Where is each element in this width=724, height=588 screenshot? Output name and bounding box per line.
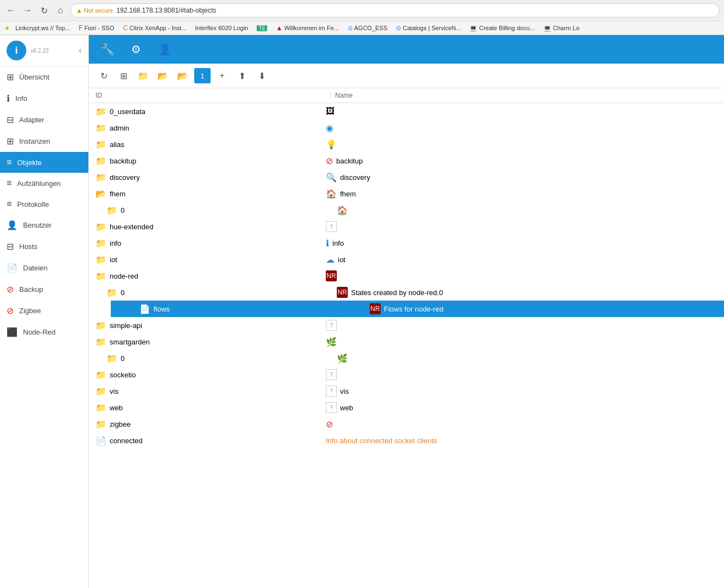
folder-new-button[interactable]: 📁 — [135, 68, 151, 83]
row-id: 📁 simple-api — [95, 320, 326, 331]
table-row[interactable]: 📁 vis ? vis — [89, 383, 724, 399]
sidebar-item-node-red[interactable]: ⬛ Node-Red — [0, 321, 88, 343]
bookmark-te[interactable]: TE — [253, 24, 270, 32]
folder-icon: 📁 — [106, 205, 117, 216]
table-row[interactable]: 📁 0 NR States created by node-red.0 — [100, 284, 724, 301]
reload-button[interactable]: ↻ — [37, 4, 50, 17]
grid-view-button[interactable]: ⊞ — [115, 68, 132, 83]
sidebar-collapse-button[interactable]: ‹ — [79, 46, 82, 55]
table-row[interactable]: 📁 node-red NR — [89, 268, 724, 284]
info-icon: ℹ — [7, 93, 10, 104]
table-row[interactable]: 📁 alias 💡 — [89, 136, 724, 152]
table-row-connected[interactable]: 📄 connected Info about connected socket … — [89, 432, 724, 449]
folder-icon: 📁 — [106, 353, 117, 364]
row-id: 📁 info — [95, 238, 326, 248]
row-id: 📁 0 — [106, 287, 337, 298]
table-row[interactable]: 📁 0 🏠 — [100, 202, 724, 218]
folder-icon: 📁 — [95, 123, 106, 133]
sidebar-item-ubersicht[interactable]: ⊞ Übersicht — [0, 66, 88, 88]
sidebar-item-zigbee[interactable]: ⊘ Zigbee — [0, 300, 88, 321]
back-button[interactable]: ← — [4, 4, 18, 17]
bookmark-citrix[interactable]: C Citrix XenApp - Inst... — [120, 23, 190, 33]
table-row[interactable]: 📁 info ℹ info — [89, 235, 724, 251]
table-row[interactable]: 📁 web ? web — [89, 399, 724, 416]
browser-nav: ← → ↻ ⌂ ▲ Not secure 192.168.178.13:8081… — [0, 0, 724, 21]
upload-button[interactable]: ⬆ — [234, 68, 250, 83]
row-id: 📁 socketio — [95, 370, 326, 380]
item-icon: ℹ — [326, 238, 329, 248]
forward-button[interactable]: → — [21, 4, 34, 17]
bookmark-billing[interactable]: 💻 Create Billing docu... — [466, 24, 538, 33]
table-row[interactable]: 📁 iot ☁ iot — [89, 251, 724, 268]
home-button[interactable]: ⌂ — [54, 4, 67, 17]
sidebar-item-protokolle[interactable]: ≡ Protokolle — [0, 194, 88, 214]
row-name: ? vis — [326, 386, 717, 397]
protokolle-icon: ≡ — [7, 199, 12, 209]
browser-chrome: ← → ↻ ⌂ ▲ Not secure 192.168.178.13:8081… — [0, 0, 724, 35]
row-name: ⊘ — [326, 419, 717, 429]
sidebar-item-adapter[interactable]: ⊟ Adapter — [0, 109, 88, 131]
address-bar[interactable]: ▲ Not secure 192.168.178.13:8081/#tab-ob… — [70, 3, 720, 18]
item-icon: ⊘ — [326, 156, 333, 166]
table-row[interactable]: 📁 discovery 🔍 discovery — [89, 169, 724, 185]
item-icon: 🔍 — [326, 172, 337, 183]
instanzen-icon: ⊞ — [7, 136, 14, 146]
sidebar-label-hosts: Hosts — [19, 242, 37, 251]
download-button[interactable]: ⬇ — [253, 68, 270, 83]
bookmark-interflex[interactable]: Interflex 6020 Login — [192, 24, 252, 32]
bookmark-fiori[interactable]: F Fiori - SSO — [75, 23, 117, 33]
sidebar-item-aufzahlungen[interactable]: ≡ Aufzählungen — [0, 173, 88, 194]
row-id: 📂 fhem — [95, 189, 326, 199]
sidebar-label-zigbee: Zigbee — [19, 307, 41, 315]
table-row[interactable]: 📁 0 🌿 — [100, 350, 724, 366]
folder-add-button[interactable]: 📂 — [174, 68, 191, 83]
sidebar-item-objekte[interactable]: ≡ Objekte — [0, 152, 88, 173]
table-row[interactable]: 📁 simple-api ? — [89, 317, 724, 333]
folder-icon: 📁 — [95, 403, 106, 413]
sidebar: i v6.2.23 ‹ ⊞ Übersicht ℹ Info ⊟ Adapter… — [0, 35, 89, 588]
sidebar-item-benutzer[interactable]: 👤 Benutzer — [0, 214, 88, 236]
bookmark-agco[interactable]: ⊙ AGCO_ESS — [344, 24, 391, 33]
bookmark-linkcrypt[interactable]: Linkcrypt.ws // Top... — [12, 24, 73, 32]
table-row[interactable]: 📁 hue-extended ? — [89, 218, 724, 235]
sidebar-label-adapter: Adapter — [19, 116, 44, 124]
bookmark-charm[interactable]: 💻 Charm Lo — [540, 24, 582, 33]
user-button[interactable]: 👤 — [155, 39, 174, 59]
row-name: NR Flows for node-red — [370, 303, 717, 314]
folder-open-button[interactable]: 📂 — [155, 68, 171, 83]
adapter-icon: ⊟ — [7, 115, 14, 125]
sidebar-item-instanzen[interactable]: ⊞ Instanzen — [0, 131, 88, 152]
row-name: 💡 — [326, 139, 717, 150]
table-row[interactable]: 📁 backitup ⊘ backitup — [89, 152, 724, 169]
table-row[interactable]: 📁 smartgarden 🌿 — [89, 333, 724, 350]
sidebar-item-backup[interactable]: ⊘ Backup — [0, 279, 88, 300]
row-name: NR States created by node-red.0 — [337, 287, 717, 298]
table-row[interactable]: 📁 0_userdata 🖼 — [89, 103, 724, 120]
row-name: 🌿 — [337, 353, 717, 364]
add-button[interactable]: + — [214, 68, 230, 83]
bookmark-catalogs[interactable]: ⊙ Catalogs | ServiceN... — [393, 24, 464, 33]
wrench-button[interactable]: 🔧 — [98, 39, 117, 59]
folder-icon: 📁 — [95, 238, 106, 248]
table-row[interactable]: 📁 admin ◉ — [89, 120, 724, 136]
item-icon: ? — [326, 221, 337, 232]
item-icon: ? — [326, 369, 337, 380]
bookmark-willkommen[interactable]: ▲ Willkommen im Fe... — [273, 23, 342, 33]
row-name: ? — [326, 320, 717, 331]
row-id: 📁 admin — [95, 123, 326, 133]
table-row[interactable]: 📁 socketio ? — [89, 366, 724, 383]
number-button[interactable]: 1 — [194, 68, 211, 83]
main-area: 🔧 ⚙ 👤 ↻ ⊞ 📁 📂 📂 1 + ⬆ ⬇ ID Name — [89, 35, 724, 588]
row-id: 📁 iot — [95, 255, 326, 265]
sidebar-item-hosts[interactable]: ⊟ Hosts — [0, 236, 88, 257]
refresh-button[interactable]: ↻ — [95, 68, 112, 83]
sidebar-label-objekte: Objekte — [17, 159, 42, 167]
gear-button[interactable]: ⚙ — [126, 39, 146, 59]
row-name: ? web — [326, 402, 717, 413]
sidebar-item-dateien[interactable]: 📄 Dateien — [0, 257, 88, 279]
table-row[interactable]: 📂 fhem 🏠 fhem — [89, 185, 724, 202]
sidebar-item-info[interactable]: ℹ Info — [0, 88, 88, 109]
table-row-flows[interactable]: 📄 flows NR Flows for node-red — [111, 301, 724, 317]
table-row[interactable]: 📁 zigbee ⊘ — [89, 416, 724, 432]
content-toolbar: ↻ ⊞ 📁 📂 📂 1 + ⬆ ⬇ — [89, 64, 724, 88]
